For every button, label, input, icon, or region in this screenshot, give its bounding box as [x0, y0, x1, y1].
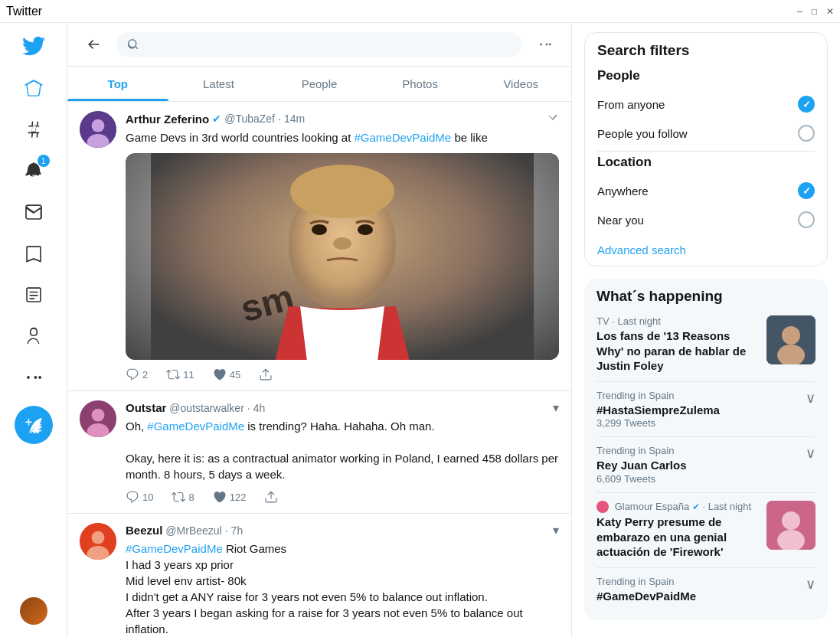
svg-point-8	[312, 224, 327, 235]
tab-latest[interactable]: Latest	[168, 67, 270, 101]
tweet-2-retweet[interactable]: 8	[172, 490, 194, 504]
tweet-1-reply-count: 2	[142, 369, 148, 381]
wh-item-2-chevron[interactable]: ∨	[806, 445, 815, 462]
wh-item-0-headline: Los fans de '13 Reasons Why' no paran de…	[596, 328, 757, 374]
tweet-1-reply[interactable]: 2	[126, 368, 148, 381]
filter-people-follow-radio[interactable]	[798, 125, 815, 142]
glamour-verified: ✔	[692, 501, 700, 512]
sidebar-item-lists[interactable]	[15, 276, 53, 314]
wh-item-3[interactable]: Glamour España ✔ · Last night Katy Perry…	[596, 493, 815, 568]
wh-item-4-chevron[interactable]: ∨	[806, 576, 815, 593]
wh-item-3-left: Glamour España ✔ · Last night Katy Perry…	[596, 501, 757, 560]
filter-from-anyone-radio[interactable]	[798, 96, 815, 113]
tweet-3-timestamp: 7h	[231, 524, 244, 537]
svg-point-7	[290, 165, 394, 218]
filter-people-follow[interactable]: People you follow	[597, 119, 815, 148]
tweet-3-user: Beezul @MrBeezul · 7h	[126, 524, 243, 537]
sidebar-item-bookmarks[interactable]	[15, 234, 53, 273]
tweet-1-share[interactable]	[259, 368, 273, 381]
tab-people[interactable]: People	[269, 67, 370, 101]
tweet-1-avatar[interactable]	[80, 111, 116, 148]
tweet-2-reply[interactable]: 10	[126, 490, 153, 504]
wh-item-1-chevron[interactable]: ∨	[806, 390, 815, 407]
close-button[interactable]: ✕	[826, 6, 834, 17]
sidebar-item-notifications[interactable]: 1	[15, 152, 53, 190]
filter-from-anyone[interactable]: From anyone	[597, 90, 815, 119]
sidebar-item-home[interactable]	[15, 69, 53, 107]
maximize-button[interactable]: □	[812, 6, 817, 17]
sidebar-item-explore[interactable]	[15, 110, 53, 149]
tweet-3-avatar[interactable]	[80, 523, 116, 560]
wh-item-3-meta: Glamour España ✔ · Last night	[596, 501, 757, 514]
tweet-2-retweet-count: 8	[188, 492, 194, 503]
wh-item-2[interactable]: Trending in Spain Rey Juan Carlos 6,609 …	[596, 437, 815, 493]
tweet-3: Beezul @MrBeezul · 7h ▾ #GameDevPaidMe R…	[67, 514, 571, 637]
tweet-1-hashtag[interactable]: #GameDevPaidMe	[354, 131, 451, 144]
tab-top[interactable]: Top	[67, 67, 168, 101]
filter-near-you-radio[interactable]	[798, 211, 815, 228]
title-bar-controls: – □ ✕	[797, 6, 834, 17]
back-button[interactable]	[80, 31, 107, 58]
search-input[interactable]: #GameDevPaidMe	[145, 38, 512, 51]
wh-item-4-meta: Trending in Spain	[596, 576, 802, 587]
sidebar-item-messages[interactable]	[15, 193, 53, 231]
wh-item-4-headline: #GameDevPaidMe	[596, 589, 802, 604]
main-content-area: #GameDevPaidMe Top Latest People Photos …	[67, 23, 572, 637]
user-avatar[interactable]	[20, 597, 47, 625]
tweet-2-hashtag[interactable]: #GameDevPaidMe	[147, 420, 244, 433]
tweet-3-text: #GameDevPaidMe Riot Games I had 3 years …	[126, 541, 559, 637]
title-bar: Twitter – □ ✕	[0, 0, 840, 23]
wh-item-1-headline: #HastaSiempreZulema	[596, 403, 802, 418]
tweet-1-image[interactable]: sm wi	[126, 153, 559, 360]
tweet-3-header: Beezul @MrBeezul · 7h ▾	[126, 523, 559, 537]
search-header: #GameDevPaidMe	[67, 23, 571, 67]
app-body: 1 #GameDe	[0, 23, 840, 637]
more-options-button[interactable]	[531, 31, 559, 58]
tweet-2-more[interactable]: ▾	[553, 400, 559, 415]
wh-item-1-left: Trending in Spain #HastaSiempreZulema 3,…	[596, 390, 802, 430]
tab-photos[interactable]: Photos	[370, 67, 471, 101]
filter-near-you[interactable]: Near you	[597, 205, 815, 234]
tweet-3-hashtag[interactable]: #GameDevPaidMe	[126, 542, 223, 555]
advanced-search-link[interactable]: Advanced search	[597, 243, 815, 256]
wh-item-2-meta: Trending in Spain	[596, 445, 802, 456]
glamour-time: · Last night	[702, 501, 751, 512]
search-box[interactable]: #GameDevPaidMe	[116, 32, 522, 57]
wh-item-0-thumb	[766, 315, 815, 364]
tweet-1-retweet-count: 11	[183, 369, 194, 381]
tweet-2-like[interactable]: 122	[213, 490, 247, 504]
tweet-3-name: Beezul	[126, 524, 162, 537]
tweet-3-more[interactable]: ▾	[553, 523, 559, 537]
filter-anywhere-radio[interactable]	[798, 182, 815, 199]
svg-point-15	[92, 531, 105, 544]
tab-videos[interactable]: Videos	[470, 67, 571, 101]
wh-item-4[interactable]: Trending in Spain #GameDevPaidMe ∨	[596, 568, 815, 612]
tweet-1-like-count: 45	[230, 369, 240, 381]
tweet-2-avatar[interactable]	[80, 400, 116, 437]
tweet-2-share[interactable]	[264, 490, 278, 504]
wh-item-0[interactable]: TV · Last night Los fans de '13 Reasons …	[596, 308, 815, 382]
svg-point-21	[782, 511, 800, 530]
tweet-1-more[interactable]	[547, 111, 559, 126]
left-nav: 1	[0, 23, 67, 637]
tweet-1-header: Arthur Zeferino ✔ @TubaZef · 14m	[126, 111, 559, 126]
search-icon	[127, 38, 139, 51]
sidebar-item-profile[interactable]	[15, 317, 53, 355]
tweet-1-name: Arthur Zeferino	[126, 113, 209, 126]
filter-from-anyone-label: From anyone	[597, 98, 665, 111]
whats-happening-box: What´s happening TV · Last night Los fan…	[584, 279, 828, 620]
filter-anywhere-label: Anywhere	[597, 185, 649, 198]
compose-tweet-button[interactable]	[15, 406, 53, 444]
filter-anywhere[interactable]: Anywhere	[597, 176, 815, 205]
wh-item-3-headline: Katy Perry presume de embarazo en una ge…	[596, 514, 757, 560]
tweet-1-like[interactable]: 45	[213, 368, 240, 381]
glamour-name: Glamour España	[615, 501, 690, 512]
wh-item-1[interactable]: Trending in Spain #HastaSiempreZulema 3,…	[596, 382, 815, 438]
minimize-button[interactable]: –	[797, 6, 802, 17]
filter-location-title: Location	[597, 155, 815, 170]
tweet-1-text: Game Devs in 3rd world countries looking…	[126, 129, 559, 145]
sidebar-item-more[interactable]	[15, 358, 53, 397]
twitter-logo[interactable]	[17, 29, 51, 63]
tweet-2-name: Outstar	[126, 401, 166, 414]
tweet-1-retweet[interactable]: 11	[166, 368, 194, 381]
